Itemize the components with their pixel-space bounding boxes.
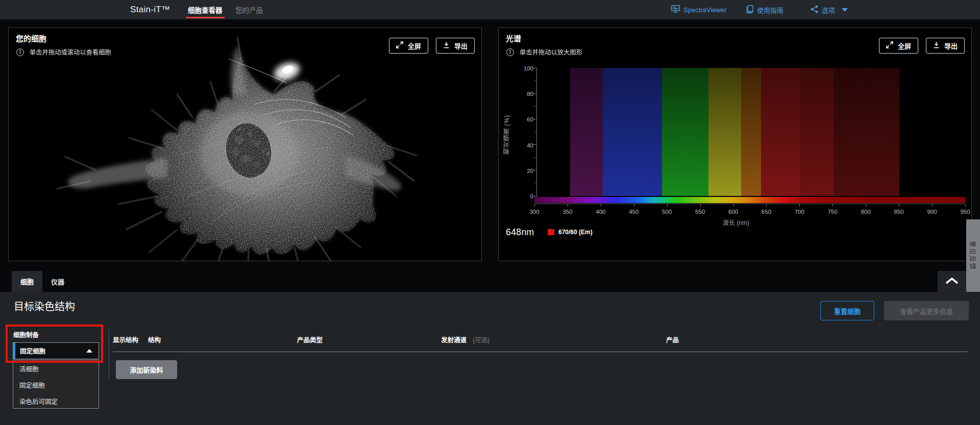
wavelength-spectrum-bar [534,197,965,203]
chevron-up-icon [86,349,92,353]
user-guide-label: 使用指南 [757,5,783,15]
nav-tab-your-products[interactable]: 您的产品 [235,0,263,19]
y-tick-label: 40 [513,142,533,148]
excitation-wavelength-label: 648nm [506,227,534,238]
x-tick [667,204,668,207]
filter-band-750-850 [834,68,899,196]
x-tick-label: 400 [590,209,612,215]
spectra-panel-title: 光谱 [506,33,521,43]
x-tick-label: 450 [623,209,645,215]
filter-band-640-700 [761,68,800,196]
nav-tab-cell-viewer[interactable]: 细胞查看器 [188,0,223,19]
x-tick-label: 550 [689,209,712,215]
col-header-structure: 结构 [148,335,161,344]
feedback-tab[interactable]: 意见反馈 [966,219,980,292]
y-minor-tick [534,81,537,81]
x-axis: 3003504004505005506006507007508008509009… [534,204,965,219]
filter-band-350-400 [570,68,603,196]
x-tick-label: 700 [788,209,811,215]
collapse-panel-button[interactable] [938,271,966,292]
legend-swatch [548,229,554,235]
cell-microscopy-image[interactable] [9,28,481,261]
cell-prep-dropdown[interactable]: 固定细胞 [13,342,99,359]
x-tick [634,204,634,207]
x-tick [534,204,535,207]
col-header-emission-channel: 发射通道 [441,335,467,344]
spectra-fullscreen-button[interactable]: 全屏 [879,38,918,54]
download-icon [443,41,450,50]
expand-icon [396,41,403,50]
dropdown-accent-bar [13,343,15,359]
info-icon: ! [16,48,24,56]
cell-prep-label: 细胞制备 [13,330,39,339]
x-tick-label: 300 [523,209,546,215]
y-tick-label: 100 [513,65,533,71]
x-tick-label: 750 [821,209,844,215]
y-tick [533,119,537,119]
add-new-dye-button[interactable]: 添加新染料 [116,360,177,379]
cells-export-button[interactable]: 导出 [436,38,475,54]
legend-label: 670/60 (Em) [558,229,593,236]
chevron-down-icon [842,8,848,12]
col-header-product: 产品 [666,335,679,344]
option-live-cells[interactable]: 活细胞 [13,360,99,377]
x-tick [832,204,833,207]
cells-hint-text: 单击并拖动或滚动以查看细胞 [30,47,111,57]
y-tick-label: 80 [513,91,533,97]
y-tick [533,144,537,145]
dropdown-selected-value: 固定细胞 [20,346,45,356]
x-tick-label: 350 [556,209,579,215]
x-tick-label: 800 [854,209,877,215]
x-tick [899,204,899,207]
filter-band-490-560 [662,68,708,196]
x-tick-label: 950 [954,209,976,215]
app-brand: Stain-iT™ [130,5,170,15]
filter-band-700-750 [800,68,834,196]
spectra-monitor-icon [671,5,680,14]
y-tick [533,93,537,94]
user-guide-link[interactable]: 使用指南 [746,0,783,19]
y-tick [533,196,537,196]
y-minor-tick [534,106,537,107]
option-fixable-after-staining[interactable]: 染色后可固定 [13,393,99,409]
export-label: 导出 [944,41,958,51]
guide-book-icon [746,5,753,15]
divider [109,329,109,379]
cells-fullscreen-button[interactable]: 全屏 [389,38,428,54]
section-tab-bar: 细胞 仪器 [0,271,980,292]
section-heading: 目标染色结构 [14,298,75,313]
options-menu[interactable]: 选项 [811,0,848,19]
tab-instruments[interactable]: 仪器 [42,271,73,292]
reset-cells-button[interactable]: 重置细胞 [820,301,874,320]
your-cells-panel: 您的细胞 ! 单击并拖动或滚动以查看细胞 全屏 导出 [8,28,482,261]
filter-band-560-610 [708,68,742,196]
y-tick [533,68,537,68]
y-minor-tick [534,132,537,132]
spectraviewer-link[interactable]: SpectraViewer [671,0,726,19]
share-icon [811,5,818,15]
cells-panel-hint: ! 单击并拖动或滚动以查看细胞 [16,47,111,57]
fullscreen-label: 全屏 [408,41,421,51]
fullscreen-label: 全屏 [898,41,911,51]
filter-band-610-640 [741,68,761,196]
x-tick-label: 650 [755,209,777,215]
spectra-panel-hint: ! 单击并拖动以放大图形 [506,47,582,57]
y-tick-label: 60 [513,116,533,122]
option-fixed-cells[interactable]: 固定细胞 [13,377,99,393]
x-tick [601,204,601,207]
spectra-plot-area[interactable]: 020406080100 [536,68,965,196]
x-axis-title: 波长 (nm) [700,218,772,227]
x-tick-label: 900 [921,209,943,215]
spectraviewer-label: SpectraViewer [683,6,726,14]
cells-panel-title: 您的细胞 [16,33,46,43]
col-header-product-type: 产品类型 [297,335,323,344]
cell-prep-options: 活细胞 固定细胞 染色后可固定 [13,360,99,409]
info-icon: ! [506,48,514,56]
tab-cells[interactable]: 细胞 [12,271,42,292]
chart-legend: 670/60 (Em) [548,229,593,236]
y-minor-tick [534,157,537,158]
y-tick [533,170,537,170]
chevron-up-icon [944,277,960,286]
spectra-export-button[interactable]: 导出 [926,38,965,54]
spectra-panel: 光谱 ! 单击并拖动以放大图形 全屏 导出 相对强度 (%) 020406080… [498,28,972,261]
